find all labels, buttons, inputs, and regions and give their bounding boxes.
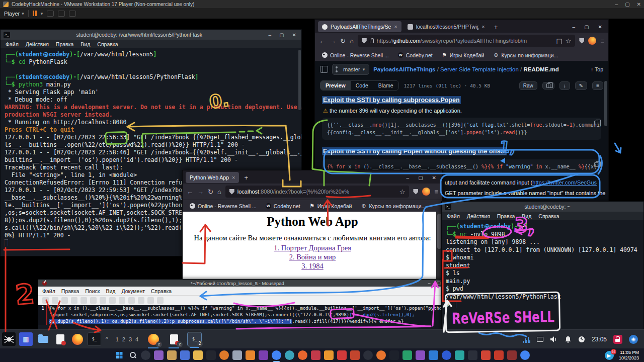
taskbar-app-start[interactable] xyxy=(115,350,124,360)
terminal-menu-item[interactable]: Справка xyxy=(97,41,118,47)
taskbar-app-app[interactable] xyxy=(455,350,464,360)
bookmark-star-icon[interactable]: ☆ xyxy=(566,37,572,45)
file-tab-preview[interactable]: Preview xyxy=(320,81,351,90)
taskbar-firefox-task[interactable]: 2 xyxy=(146,332,160,346)
url-bar[interactable]: https://github.com/swisskyrepo/PayloadsA… xyxy=(358,35,576,47)
forward-icon[interactable]: → xyxy=(330,37,336,45)
terminal-menu-item[interactable]: Правка xyxy=(497,213,515,219)
copy-icon[interactable] xyxy=(594,162,598,167)
minimize-button[interactable]: – xyxy=(573,24,576,30)
minimize-button[interactable]: – xyxy=(269,32,272,38)
taskbar-app-edge[interactable] xyxy=(285,350,294,360)
taskbar-app-chrome[interactable] xyxy=(272,350,281,360)
taskbar-terminal-launcher[interactable]: $_ xyxy=(88,332,101,346)
copy-icon[interactable] xyxy=(594,121,598,125)
terminal-menu-item[interactable]: Действия xyxy=(467,213,490,219)
taskbar-firefox-launcher[interactable] xyxy=(70,332,84,346)
maximize-button[interactable]: ▢ xyxy=(279,32,284,38)
terminal-menu-item[interactable]: Вид xyxy=(522,213,531,219)
minimize-button[interactable]: – xyxy=(407,175,410,180)
taskbar-app-vscode[interactable] xyxy=(429,350,438,360)
close-button[interactable]: ✕ xyxy=(432,175,436,180)
close-button[interactable]: ✕ xyxy=(292,32,296,38)
hamburger-menu-icon[interactable]: ≡ xyxy=(434,188,438,196)
reload-icon[interactable]: ↻ xyxy=(340,37,346,45)
ctrl-alt-del-icon[interactable] xyxy=(47,11,54,17)
windows-clock[interactable]: 11:05 PM 10/2/2023 xyxy=(619,350,639,361)
window-list-icon[interactable] xyxy=(537,337,543,342)
bookmark-flag[interactable]: ⚑Игры Кодебай xyxy=(309,203,352,209)
copy-raw-button[interactable] xyxy=(542,82,554,89)
workspace-3[interactable]: 3 xyxy=(129,336,132,342)
url-bar[interactable]: localhost:8080/index?book={%%20for%20x% … xyxy=(225,186,410,198)
bookmark-star-icon[interactable]: ☆ xyxy=(399,188,406,196)
taskbar-menu-launcher[interactable]: ▦ xyxy=(19,332,33,346)
tab-python-web-app[interactable]: Python Web App × xyxy=(186,172,239,183)
taskbar-app-app[interactable] xyxy=(337,350,347,360)
workspace-1[interactable]: 1 xyxy=(116,336,119,342)
maximize-button[interactable]: ▢ xyxy=(584,24,589,30)
editor-area[interactable]: 1 {% for x in ().__class__.__base__.__su… xyxy=(38,305,445,325)
sidebar-toggle-icon[interactable] xyxy=(320,66,328,73)
taskbar-files-launcher[interactable] xyxy=(36,332,50,346)
book-link[interactable]: 3. 1984 xyxy=(183,261,442,270)
taskbar-app-app[interactable] xyxy=(154,350,164,360)
bookmark-codeby[interactable]: wCodeby.net xyxy=(266,203,300,209)
power-icon[interactable] xyxy=(578,336,585,343)
suspend-caret-icon[interactable]: ▾ xyxy=(41,11,43,16)
taskbar-app-firefox[interactable] xyxy=(298,350,307,360)
readme-heading-popen[interactable]: Exploit the SSTI by calling Popen withou… xyxy=(322,147,507,155)
toolbar-icon[interactable] xyxy=(128,297,135,304)
taskbar-app-app[interactable] xyxy=(219,350,229,360)
book-link[interactable]: 2. Война и мир xyxy=(183,252,442,261)
vmware-close-button[interactable]: ✕ xyxy=(637,2,641,7)
bookmark-globe[interactable]: ⊕Курсы по информаци... xyxy=(493,52,558,58)
toolbar-icon[interactable] xyxy=(157,297,164,304)
tab-close-icon[interactable]: × xyxy=(232,174,235,180)
breadcrumb-segment[interactable]: PayloadsAllTheThings xyxy=(373,66,435,72)
edit-button[interactable]: ✎ xyxy=(575,81,587,90)
outline-button[interactable]: ≡ xyxy=(592,81,603,90)
toolbar-icon[interactable] xyxy=(80,297,87,304)
home-icon[interactable]: ⌂ xyxy=(217,188,221,196)
bookmark-codeby[interactable]: wCodeby.net xyxy=(398,52,433,58)
back-icon[interactable]: ← xyxy=(187,188,193,196)
branch-selector[interactable]: master ▾ xyxy=(332,64,369,75)
mousepad-menu-item[interactable]: Файл xyxy=(42,288,55,294)
terminal-titlebar[interactable]: >_ student@codeby: /var/www/html/lesson5… xyxy=(1,30,301,40)
reload-icon[interactable]: ↻ xyxy=(208,188,213,196)
terminal-titlebar[interactable]: >_ student@codeby: ~ xyxy=(442,202,643,212)
mousepad-menu-item[interactable]: Правка xyxy=(61,288,79,294)
taskbar-app-app[interactable] xyxy=(403,350,412,360)
taskbar-app-app[interactable] xyxy=(246,350,255,360)
toolbar-icon[interactable] xyxy=(90,297,97,304)
workspace-4[interactable]: 4 xyxy=(135,336,139,342)
toolbar-icon[interactable] xyxy=(100,297,106,304)
taskbar-app-search[interactable] xyxy=(128,350,137,360)
mousepad-menu-item[interactable]: Документ xyxy=(121,288,145,294)
taskbar-app-blender[interactable] xyxy=(376,350,386,360)
bookmark-globe[interactable]: ⊕Курсы по информаци... xyxy=(361,203,426,209)
taskbar-app-app[interactable] xyxy=(259,350,268,360)
terminal-menu-item[interactable]: Справка xyxy=(538,213,559,219)
terminal-menu-item[interactable]: Вид xyxy=(80,41,90,47)
toolbar-icon[interactable] xyxy=(52,297,58,304)
readme-heading-subprocess[interactable]: Exploit the SSTI by calling subprocess.P… xyxy=(322,96,461,104)
pocket-icon[interactable] xyxy=(579,38,584,44)
toolbar-icon[interactable] xyxy=(42,297,49,304)
close-button[interactable]: ✕ xyxy=(598,24,602,30)
mousepad-titlebar[interactable]: *~/Рабочий стол/tmp_lesson_5 - Mousepad … xyxy=(38,280,445,287)
taskbar-app-app[interactable] xyxy=(442,350,451,360)
tab-localhost-lesson5-phptwig-i[interactable]: localhost/lesson5/PHPTwig/i× xyxy=(404,21,489,32)
taskbar-app-app[interactable] xyxy=(389,350,399,360)
maximize-button[interactable]: ▢ xyxy=(436,281,441,286)
taskbar-terminal-task[interactable]: $_2 xyxy=(188,332,201,346)
mousepad-menu-item[interactable]: Вид xyxy=(106,288,115,294)
reader-icon[interactable]: ▤ xyxy=(556,37,562,45)
taskbar-app-app[interactable] xyxy=(167,350,177,360)
bookmark-skull[interactable]: Online - Reverse Shell ... xyxy=(190,203,257,209)
mousepad-menu-item[interactable]: Справка xyxy=(151,288,172,294)
taskbar-app-chrome[interactable] xyxy=(520,350,530,360)
maximize-button[interactable]: ▢ xyxy=(418,175,423,180)
taskbar-app-app[interactable] xyxy=(468,350,477,360)
